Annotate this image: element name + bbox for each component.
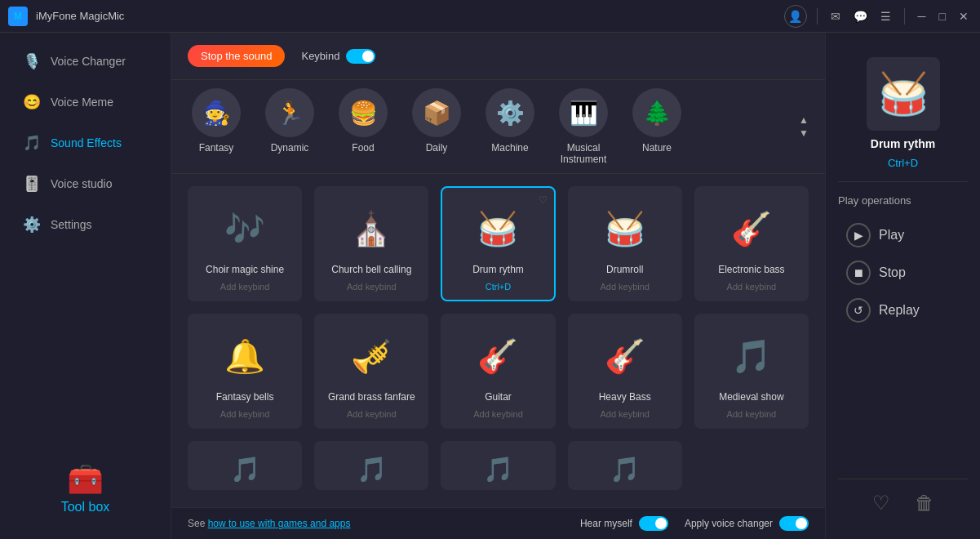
grand-brass-keybind[interactable]: Add keybind [347,409,397,419]
choir-keybind[interactable]: Add keybind [220,282,270,292]
sound-card-church-bell[interactable]: ⛪ Church bell calling Add keybind [314,186,428,301]
maximize-icon[interactable]: □ [936,7,949,26]
drum-name: Drum rythm [472,264,524,275]
heavy-bass-keybind[interactable]: Add keybind [600,409,650,419]
play-label: Play [879,228,904,243]
sound-grid-container[interactable]: 🎶 Choir magic shine Add keybind ⛪ Church… [171,174,825,507]
nature-icon: 🌲 [632,88,681,137]
sound-effects-icon: 🎵 [23,134,41,152]
right-actions: ♡ 🗑 [838,479,968,527]
sidebar-item-sound-effects[interactable]: 🎵 Sound Effects [7,124,164,162]
electronic-bass-keybind[interactable]: Add keybind [727,282,777,292]
sound-card-grand-brass[interactable]: 🎺 Grand brass fanfare Add keybind [314,314,428,429]
scroll-arrows[interactable]: ▲ ▼ [799,114,809,139]
sound-card-drum-rythm[interactable]: ♡ 🥁 Drum rythm Ctrl+D [441,186,555,301]
sidebar-item-label: Voice Changer [51,55,126,68]
favorite-icon[interactable]: ♡ [872,492,890,514]
sound-card-partial-1[interactable]: 🎵 [188,441,302,490]
main-area: 🎙️ Voice Changer 😊 Voice Meme 🎵 Sound Ef… [0,33,980,539]
apply-voice-label: Apply voice changer [685,518,773,529]
sound-card-heavy-bass[interactable]: 🎸 Heavy Bass Add keybind [568,314,682,429]
voice-meme-icon: 😊 [23,93,41,111]
separator-1 [817,8,818,24]
user-icon[interactable]: 👤 [784,5,807,28]
fantasy-icon: 🧙 [192,88,241,137]
sound-grid: 🎶 Choir magic shine Add keybind ⛪ Church… [188,186,809,490]
hear-myself-toggle[interactable] [639,516,668,531]
category-list: 🧙 Fantasy 🏃 Dynamic 🍔 Food 📦 Daily ⚙️ [188,88,783,165]
medieval-icon: 🎵 [723,327,780,385]
sound-card-drumroll[interactable]: 🥁 Drumroll Add keybind [568,186,682,301]
right-panel: 🥁 Drum rythm Ctrl+D Play operations ▶ Pl… [825,33,980,539]
close-icon[interactable]: ✕ [956,7,972,26]
sidebar-item-voice-meme[interactable]: 😊 Voice Meme [7,83,164,121]
topbar: Stop the sound Keybind [171,33,825,80]
toolbox-button[interactable]: 🧰 Tool box [53,454,118,523]
keybind-toggle[interactable] [346,49,375,64]
heart-icon[interactable]: ♡ [539,194,548,206]
minimize-icon[interactable]: ─ [915,7,929,26]
guitar-keybind[interactable]: Add keybind [473,409,523,419]
sound-card-medieval[interactable]: 🎵 Medieval show Add keybind [694,314,809,429]
category-dynamic[interactable]: 🏃 Dynamic [261,88,318,165]
sound-card-partial-3[interactable]: 🎵 [441,441,555,490]
drumroll-name: Drumroll [606,264,643,275]
category-musical-instrument[interactable]: 🎹 MusicalInstrument [555,88,612,165]
howto-link[interactable]: how to use with games and apps [208,518,351,529]
sound-card-fantasy-bells[interactable]: 🔔 Fantasy bells Add keybind [188,314,302,429]
guitar-name: Guitar [485,391,512,403]
musical-icon: 🎹 [559,88,608,137]
sound-card-partial-2[interactable]: 🎵 [314,441,428,490]
mail-icon[interactable]: ✉ [827,7,844,26]
food-label: Food [352,142,374,154]
delete-icon[interactable]: 🗑 [915,492,934,514]
apply-voice-toggle[interactable] [779,516,809,531]
howto-text: See how to use with games and apps [188,518,350,529]
drumroll-icon: 🥁 [596,200,654,257]
machine-icon: ⚙️ [486,88,534,137]
sidebar-item-voice-studio[interactable]: 🎚️ Voice studio [7,165,164,203]
guitar-icon: 🎸 [469,327,526,385]
stop-sound-button[interactable]: Stop the sound [188,45,285,67]
church-bell-keybind[interactable]: Add keybind [347,282,397,292]
sidebar-item-label: Settings [51,218,92,231]
stop-button[interactable]: ⏹ Stop [838,254,968,292]
menu-icon[interactable]: ☰ [877,7,894,26]
stop-icon: ⏹ [846,261,871,285]
medieval-keybind[interactable]: Add keybind [727,409,777,419]
dynamic-icon: 🏃 [265,88,314,137]
sound-card-guitar[interactable]: 🎸 Guitar Add keybind [441,314,555,429]
scroll-down-icon[interactable]: ▼ [799,127,809,139]
voice-studio-icon: 🎚️ [23,175,41,193]
scroll-up-icon[interactable]: ▲ [799,114,809,126]
sidebar-item-voice-changer[interactable]: 🎙️ Voice Changer [7,42,164,80]
chat-icon[interactable]: 💬 [850,7,871,26]
hear-myself-label: Hear myself [580,518,632,529]
category-machine[interactable]: ⚙️ Machine [481,88,539,165]
sound-card-partial-4[interactable]: 🎵 [568,441,682,490]
sidebar-bottom: 🧰 Tool box [0,446,171,531]
replay-icon: ↺ [846,298,871,323]
titlebar-controls: 👤 ✉ 💬 ☰ ─ □ ✕ [784,5,972,28]
sidebar-item-settings[interactable]: ⚙️ Settings [7,206,164,243]
grand-brass-name: Grand brass fanfare [328,391,415,403]
drumroll-keybind[interactable]: Add keybind [600,282,650,292]
bottombar: See how to use with games and apps Hear … [171,507,825,539]
settings-icon: ⚙️ [23,216,41,234]
musical-label: MusicalInstrument [561,142,607,165]
category-food[interactable]: 🍔 Food [335,88,392,165]
sound-card-electronic-bass[interactable]: 🎸 Electronic bass Add keybind [694,186,809,301]
preview-icon: 🥁 [867,57,940,131]
partial-4-icon: 🎵 [596,455,654,483]
app-title: iMyFone MagicMic [36,10,776,22]
sound-card-choir-magic[interactable]: 🎶 Choir magic shine Add keybind [188,186,302,301]
category-nature[interactable]: 🌲 Nature [628,88,685,165]
replay-button[interactable]: ↺ Replay [838,292,968,329]
sidebar: 🎙️ Voice Changer 😊 Voice Meme 🎵 Sound Ef… [0,33,171,539]
drum-icon: 🥁 [469,200,526,257]
play-button[interactable]: ▶ Play [838,216,968,254]
drum-keybind[interactable]: Ctrl+D [486,282,511,292]
category-daily[interactable]: 📦 Daily [408,88,465,165]
fantasy-bells-keybind[interactable]: Add keybind [220,409,270,419]
category-fantasy[interactable]: 🧙 Fantasy [188,88,245,165]
